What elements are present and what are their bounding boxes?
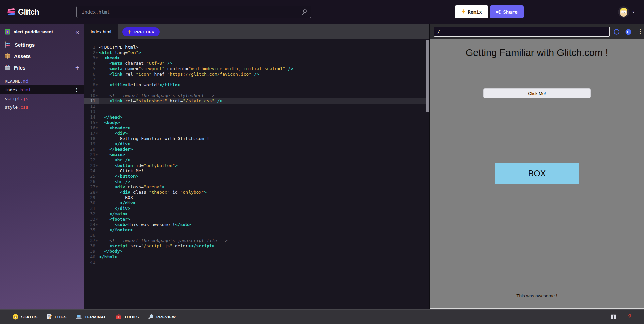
preview-click-me-button[interactable]: Click Me! — [483, 88, 591, 98]
glitch-logo[interactable]: Glitch — [7, 0, 39, 24]
search-input[interactable] — [76, 6, 311, 18]
fold-caret-icon[interactable]: ∨ — [95, 120, 99, 125]
piano-keyboard-icon[interactable] — [610, 314, 617, 320]
code-line[interactable]: 1<!DOCTYPE html> — [84, 45, 429, 50]
fold-caret-icon[interactable]: ∨ — [95, 190, 99, 195]
fold-caret-icon[interactable]: ∨ — [95, 217, 99, 222]
status-button[interactable]: STATUS — [13, 314, 38, 320]
help-button[interactable]: ? — [628, 313, 631, 320]
code-line[interactable]: 18 Getting Familiar with Glitch.com ! — [84, 136, 429, 141]
file-name: script — [5, 96, 20, 101]
fold-caret-icon[interactable]: ∨ — [95, 50, 99, 55]
collapse-sidebar-icon[interactable]: « — [75, 29, 79, 35]
code-line[interactable]: 23∨ <button id="onlybutton"> — [84, 163, 429, 168]
code-line[interactable]: 20 </header> — [84, 147, 429, 152]
refresh-icon[interactable] — [613, 29, 620, 35]
code-line[interactable]: 34∨ <sub>This was awesome !</sub> — [84, 222, 429, 227]
fold-caret-icon[interactable]: ∨ — [95, 55, 99, 61]
fold-caret-icon[interactable]: ∨ — [95, 82, 99, 88]
logs-button[interactable]: LOGS — [47, 314, 67, 320]
code-line[interactable]: 35 </footer> — [84, 227, 429, 233]
code-line[interactable]: 4 <meta charset="utf-8" /> — [84, 61, 429, 66]
code-line[interactable]: 13 — [84, 109, 429, 114]
code-line[interactable]: 22 <hr /> — [84, 157, 429, 163]
code-line[interactable]: 39 </body> — [84, 249, 429, 254]
fold-caret-icon[interactable]: ∨ — [95, 222, 99, 227]
code-line[interactable]: 12 — [84, 104, 429, 109]
code-line[interactable]: 33∨ <footer> — [84, 217, 429, 222]
code-line[interactable]: 15∨ <body> — [84, 120, 429, 125]
code-line[interactable]: 31 </div> — [84, 206, 429, 211]
code-line[interactable]: 17∨ <div> — [84, 131, 429, 136]
code-line[interactable]: 21∨ <main> — [84, 152, 429, 157]
code-line[interactable]: 24 Click Me! — [84, 168, 429, 174]
file-ext: .md — [20, 79, 28, 84]
package-icon — [5, 53, 11, 59]
file-options-kebab-icon[interactable]: ⋮ — [74, 87, 79, 92]
fold-caret-icon[interactable]: ∨ — [95, 131, 99, 136]
file-name: index — [5, 87, 18, 92]
file-row-script-js[interactable]: script.js — [0, 94, 84, 103]
preview-menu-kebab-icon[interactable]: ⋮ — [637, 29, 643, 34]
editor-scrollbar[interactable] — [426, 40, 429, 112]
sidebar-item-files[interactable]: Files + — [0, 62, 84, 73]
preview-button[interactable]: PREVIEW — [148, 314, 176, 320]
lightning-bolt-icon — [461, 9, 465, 15]
code-line[interactable]: 2∨<html lang="en"> — [84, 50, 429, 55]
fold-caret-icon[interactable]: ∨ — [95, 184, 99, 190]
fold-caret-icon[interactable]: ∨ — [95, 238, 99, 243]
share-button[interactable]: Share — [490, 5, 524, 18]
code-line[interactable]: 28∨ <div class="thebox" id="onlybox"> — [84, 190, 429, 195]
code-line[interactable]: 27∨ <div class="arena"> — [84, 184, 429, 190]
glitch-fish-icon — [7, 8, 16, 16]
fold-caret-icon[interactable]: ∨ — [95, 125, 99, 131]
pause-icon[interactable] — [625, 29, 631, 35]
sidebar-item-assets[interactable]: Assets — [0, 50, 84, 62]
code-line[interactable]: 36 — [84, 233, 429, 238]
tools-button[interactable]: TOOLS — [116, 314, 139, 320]
user-avatar[interactable] — [618, 6, 629, 18]
add-file-button[interactable]: + — [75, 64, 79, 71]
line-gutter: 22 — [84, 157, 99, 163]
code-line[interactable]: 37∨ <!-- import the webpage's javascript… — [84, 238, 429, 243]
fold-caret-icon[interactable]: ∨ — [95, 163, 99, 168]
code-line[interactable]: 25 </button> — [84, 174, 429, 179]
code-line[interactable]: 3∨ <head> — [84, 55, 429, 61]
preview-divider — [434, 85, 639, 85]
code-text: Click Me! — [99, 168, 144, 174]
code-line[interactable]: 16∨ <header> — [84, 125, 429, 131]
file-row-style-css[interactable]: style.css — [0, 103, 84, 111]
code-line[interactable]: 29 BOX — [84, 195, 429, 200]
preview-label: PREVIEW — [156, 315, 176, 319]
fold-caret-icon[interactable]: ∨ — [95, 93, 99, 98]
code-line[interactable]: 5 <meta name="viewport" content="width=d… — [84, 66, 429, 72]
prettier-button[interactable]: PRETTIER — [122, 27, 160, 36]
project-row[interactable]: alert-puddle-scent « — [0, 24, 84, 39]
code-line[interactable]: 26 <hr /> — [84, 179, 429, 184]
remix-button[interactable]: Remix — [455, 5, 488, 18]
code-line[interactable]: 10∨ <!-- import the webpage's stylesheet… — [84, 93, 429, 98]
code-line[interactable]: 41 — [84, 260, 429, 265]
preview-url-input[interactable] — [434, 27, 610, 37]
terminal-button[interactable]: TERMINAL — [76, 314, 107, 320]
code-text: <!-- import the webpage's stylesheet --> — [99, 93, 214, 98]
tab-index-html[interactable]: index.html — [84, 24, 118, 39]
code-line[interactable]: 30 </div> — [84, 200, 429, 206]
code-line[interactable]: 19 </div> — [84, 141, 429, 147]
avatar-chevron-down-icon[interactable]: ∨ — [632, 9, 635, 14]
code-line[interactable]: 11 <link rel="stylesheet" href="/style.c… — [84, 98, 429, 104]
code-line[interactable]: 7 — [84, 77, 429, 82]
code-line[interactable]: 14 </head> — [84, 114, 429, 120]
file-row-index-html[interactable]: index.html ⋮ — [0, 85, 84, 94]
line-number: 40 — [84, 254, 95, 260]
file-row-readme[interactable]: README.md — [0, 77, 84, 85]
code-line[interactable]: 40</html> — [84, 254, 429, 260]
sidebar-item-settings[interactable]: Settings — [0, 39, 84, 50]
line-number: 33 — [84, 217, 95, 222]
fold-caret-icon[interactable]: ∨ — [95, 152, 99, 157]
code-line[interactable]: 38 <script src="/script.js" defer></scri… — [84, 243, 429, 249]
code-line[interactable]: 32 </main> — [84, 211, 429, 217]
code-line[interactable]: 8∨ <title>Hello world!</title> — [84, 82, 429, 88]
code-line[interactable]: 9 — [84, 88, 429, 93]
code-line[interactable]: 6 <link rel="icon" href="https://glitch.… — [84, 72, 429, 77]
